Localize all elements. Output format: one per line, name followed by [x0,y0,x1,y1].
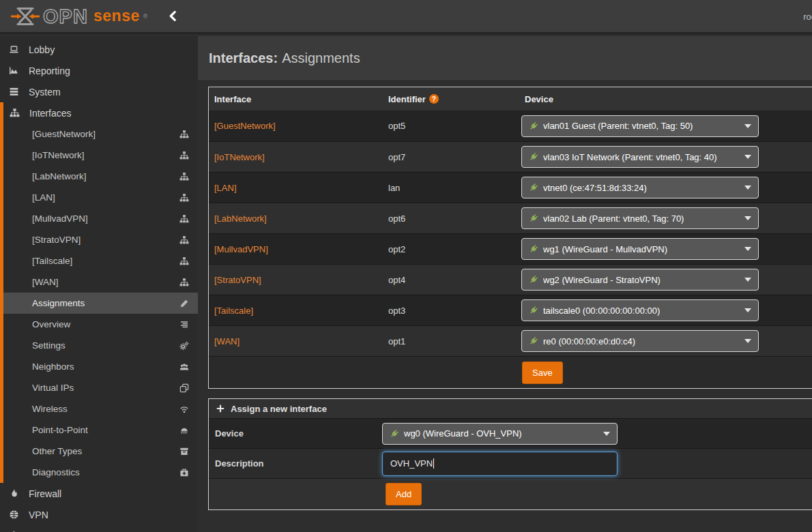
sidebar-item-lan[interactable]: [LAN] [3,187,198,208]
pencil-icon [179,299,189,308]
sidebar-item-labnetwork[interactable]: [LabNetwork] [3,166,198,187]
brand-opn: OPN [43,5,88,27]
sidebar-item-interfaces[interactable]: Interfaces [3,102,198,123]
device-select[interactable]: vlan02 Lab (Parent: vtnet0, Tag: 70) [521,207,759,229]
text-cursor [433,458,434,469]
sidebar-item-system[interactable]: System [0,81,198,102]
description-form-row: Description OVH_VPN [209,448,812,478]
sidebar-item-services[interactable]: Services [0,525,198,532]
save-button[interactable]: Save [522,361,563,384]
device-select[interactable]: tailscale0 (00:00:00:00:00:00) [521,299,759,321]
rows-icon [179,320,189,329]
page-title-section: Interfaces: [209,50,278,65]
clone-icon [179,383,189,393]
interface-link[interactable]: [Tailscale] [214,306,253,316]
sidebar-item-firewall[interactable]: Firewall [0,483,198,504]
column-header-identifier: Identifier [388,94,426,104]
caret-down-icon [744,308,751,312]
device-select[interactable]: vlan01 Guest (Parent: vtnet0, Tag: 50) [521,115,759,137]
device-select[interactable]: vlan03 IoT Network (Parent: vtnet0, Tag:… [521,146,759,168]
sitemap-icon [179,193,189,203]
sidebar-item-overview[interactable]: Overview [3,314,198,335]
sidebar-item-label: Interfaces [29,108,71,119]
sidebar-item-wan[interactable]: [WAN] [3,271,198,293]
interfaces-submenu: [GuestNetwork][IoTNetwork][LabNetwork][L… [3,123,198,483]
interface-link[interactable]: [IoTNetwork] [214,152,265,162]
table-row: [StratoVPN]opt4wg2 (WireGuard - StratoVP… [209,264,812,295]
interface-link[interactable]: [MullvadVPN] [214,244,268,254]
cogs-icon [179,341,189,351]
device-select[interactable]: wg1 (WireGuard - MullvadVPN) [521,238,759,260]
page-header: Interfaces:Assignments [198,36,812,81]
device-select[interactable]: vtnet0 (ce:47:51:8d:33:24) [521,177,759,198]
sidebar-item-settings[interactable]: Settings [3,335,198,356]
sidebar-item-label: [GuestNetwork] [32,129,96,139]
chevron-left-icon [168,11,178,21]
device-select[interactable]: re0 (00:00:00:e0:d0:c4) [521,330,759,352]
new-interface-form-header[interactable]: Assign a new interface [209,399,812,418]
assignments-table-body: [GuestNetwork]opt5vlan01 Guest (Parent: … [209,110,812,356]
select-value: tailscale0 (00:00:00:00:00:00) [543,306,660,316]
caret-down-icon [744,186,751,190]
plug-icon [529,183,538,192]
sidebar-item-virtual-ips[interactable]: Virtual IPs [3,377,198,398]
identifier-help-icon[interactable]: ? [429,94,439,104]
table-row: [Tailscale]opt3tailscale0 (00:00:00:00:0… [209,295,812,325]
plus-icon [216,404,225,413]
sidebar-nav: LobbyReportingSystemInterfaces[GuestNetw… [0,39,198,532]
interface-link[interactable]: [LAN] [214,183,237,193]
table-row: [LAN]lanvtnet0 (ce:47:51:8d:33:24) [209,172,812,203]
opnsense-logo[interactable]: OPN sense ® [11,5,147,28]
sidebar-item-wireless[interactable]: Wireless [3,398,198,419]
sidebar-item-other-types[interactable]: Other Types [3,441,198,462]
select-value: wg2 (WireGuard - StratoVPN) [543,275,661,285]
caret-down-icon [603,432,610,436]
sidebar-item-stratovpn[interactable]: [StratoVPN] [3,229,198,250]
sidebar-item-assignments[interactable]: Assignments [3,293,198,314]
sidebar-item-iotnetwork[interactable]: [IoTNetwork] [3,145,198,166]
description-input[interactable]: OVH_VPN [382,452,618,476]
sidebar-item-label: Wireless [32,404,68,414]
sidebar-item-guestnetwork[interactable]: [GuestNetwork] [3,123,198,145]
brand-sense: sense [93,7,140,25]
sidebar-item-label: [LabNetwork] [32,171,87,181]
interface-link[interactable]: [GuestNetwork] [214,121,276,131]
chart-icon [9,65,21,76]
server-icon [9,87,21,97]
sidebar-item-label: Point-to-Point [32,425,88,435]
sidebar-item-point-to-point[interactable]: Point-to-Point [3,419,198,441]
column-header-identifier-wrap: Identifier ? [383,94,519,104]
new-device-select[interactable]: wg0 (WireGuard - OVH_VPN) [382,423,618,445]
identifier-value: lan [383,183,519,193]
sidebar-item-lobby[interactable]: Lobby [0,39,198,60]
caret-down-icon [744,247,751,251]
identifier-value: opt2 [383,244,519,254]
sidebar-collapse-button[interactable] [168,11,178,21]
caret-down-icon [744,278,751,282]
users-icon [179,362,189,372]
sitemap-icon [179,172,189,181]
column-header-interface: Interface [209,94,383,104]
select-value: vlan02 Lab (Parent: vtnet0, Tag: 70) [543,213,684,224]
topbar-user-text[interactable]: roo [803,12,812,22]
fire-icon [9,488,21,499]
select-value: vlan01 Guest (Parent: vtnet0, Tag: 50) [543,121,693,131]
select-value: vlan03 IoT Network (Parent: vtnet0, Tag:… [543,152,717,162]
interface-link[interactable]: [StratoVPN] [214,275,261,285]
interface-link[interactable]: [WAN] [214,336,240,346]
sidebar-item-reporting[interactable]: Reporting [0,60,198,81]
device-select[interactable]: wg2 (WireGuard - StratoVPN) [521,269,759,291]
content-area: Interface Identifier ? Device [GuestNetw… [208,87,812,510]
sidebar-item-diagnostics[interactable]: Diagnostics [3,462,198,483]
sidebar-item-tailscale[interactable]: [Tailscale] [3,250,198,271]
interface-link[interactable]: [LabNetwork] [214,213,267,224]
identifier-value: opt1 [383,336,519,346]
main-content: Interfaces:Assignments Interface Identif… [198,36,812,532]
sidebar-item-neighbors[interactable]: Neighbors [3,356,198,377]
table-row: [WAN]opt1re0 (00:00:00:e0:d0:c4) [209,325,812,356]
sidebar-item-mullvadvpn[interactable]: [MullvadVPN] [3,208,198,229]
add-button[interactable]: Add [386,483,422,505]
plug-icon [529,213,538,223]
opnsense-logo-icon [11,6,40,27]
sidebar-item-vpn[interactable]: VPN [0,504,198,525]
